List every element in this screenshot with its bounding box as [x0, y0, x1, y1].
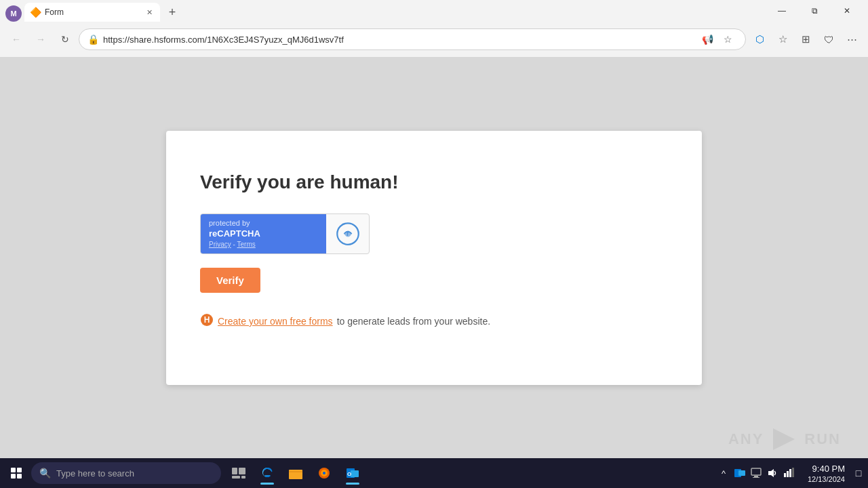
outlook-tray-svg	[734, 468, 745, 479]
vm-icon	[751, 468, 762, 479]
firefox-icon	[317, 466, 331, 480]
recaptcha-links: Privacy - Terms	[209, 241, 256, 248]
svg-text:H: H	[204, 315, 210, 325]
svg-marker-21	[768, 469, 774, 477]
page-heading: Verify you are human!	[200, 171, 668, 193]
speaker-icon[interactable]	[766, 466, 779, 480]
recaptcha-brand: reCAPTCHA	[209, 228, 260, 239]
svg-rect-22	[784, 473, 786, 477]
new-tab-button[interactable]: +	[163, 3, 182, 22]
hubspot-svg: H	[200, 313, 214, 327]
clock-time: 9:40 PM	[808, 463, 845, 475]
refresh-button[interactable]: ↻	[54, 28, 76, 50]
extensions-button[interactable]: ⬡	[749, 28, 770, 50]
taskbar: 🔍 Type here to search	[0, 458, 868, 488]
explorer-taskbar-button[interactable]	[282, 460, 309, 487]
address-actions: 📢 ☆	[698, 30, 737, 49]
browser-essentials-button[interactable]: 🛡	[818, 28, 840, 50]
active-tab[interactable]: 🔶 Form ✕	[24, 3, 160, 22]
speaker-svg	[767, 468, 778, 479]
recaptcha-terms-link[interactable]: Terms	[237, 241, 256, 248]
recaptcha-protected-text: protected by	[209, 219, 250, 227]
network-svg	[783, 468, 794, 479]
restore-button[interactable]: ⧉	[799, 0, 830, 22]
anyrun-watermark: ANY RUN	[728, 424, 841, 454]
close-button[interactable]: ✕	[831, 0, 863, 22]
taskbar-search[interactable]: 🔍 Type here to search	[31, 462, 221, 484]
tab-close-button[interactable]: ✕	[144, 7, 155, 18]
back-button[interactable]: ←	[5, 28, 27, 50]
windows-logo-icon	[11, 468, 22, 479]
svg-text:r: r	[347, 230, 349, 237]
window-controls: — ⧉ ✕	[766, 0, 863, 22]
hubspot-promo: H Create your own free forms to generate…	[200, 313, 668, 330]
svg-rect-7	[232, 476, 240, 479]
taskbar-search-icon: 🔍	[39, 468, 51, 479]
favorites-button[interactable]: ☆	[718, 30, 737, 49]
outlook-tray-icon[interactable]	[733, 466, 747, 480]
svg-rect-18	[751, 468, 761, 475]
svg-rect-24	[789, 469, 791, 477]
hubspot-link[interactable]: Create your own free forms	[218, 316, 333, 327]
promo-suffix-text: to generate leads from your website.	[337, 316, 490, 327]
system-tray: ^	[711, 466, 801, 480]
edge-icon	[260, 466, 274, 480]
svg-marker-4	[773, 428, 795, 450]
svg-rect-8	[241, 476, 245, 479]
taskbar-apps: O	[225, 460, 366, 487]
browser-content: Verify you are human! protected by reCAP…	[0, 57, 868, 458]
svg-rect-23	[787, 471, 789, 477]
svg-rect-5	[232, 468, 237, 474]
svg-rect-6	[239, 468, 245, 474]
url-text: https://share.hsforms.com/1N6Xc3EJ4S7yuz…	[103, 35, 694, 45]
notification-center-button[interactable]: □	[852, 466, 865, 480]
recaptcha-right-panel: r	[326, 222, 369, 246]
anyrun-logo-icon	[769, 424, 799, 454]
forward-button[interactable]: →	[30, 28, 52, 50]
clock-date: 12/13/2024	[808, 475, 845, 483]
svg-rect-25	[792, 468, 794, 477]
hidden-icons-button[interactable]: ^	[717, 466, 730, 480]
titlebar: M 🔶 Form ✕ + — ⧉ ✕	[0, 0, 868, 22]
addressbar: ← → ↻ 🔒 https://share.hsforms.com/1N6Xc3…	[0, 22, 868, 57]
edge-taskbar-button[interactable]	[254, 460, 281, 487]
read-aloud-button[interactable]: 📢	[698, 30, 717, 49]
taskview-icon	[232, 468, 245, 479]
tab-strip: M 🔶 Form ✕ +	[5, 0, 764, 22]
explorer-icon	[289, 467, 302, 479]
favorites-sidebar-button[interactable]: ☆	[772, 28, 793, 50]
lock-icon: 🔒	[87, 34, 99, 45]
profile-avatar[interactable]: M	[5, 5, 22, 22]
address-bar[interactable]: 🔒 https://share.hsforms.com/1N6Xc3EJ4S7y…	[79, 28, 746, 50]
recaptcha-left-panel: protected by reCAPTCHA Privacy - Terms	[201, 214, 326, 253]
collections-button[interactable]: ⊞	[795, 28, 816, 50]
recaptcha-privacy-link[interactable]: Privacy	[209, 241, 231, 248]
vm-tray-icon[interactable]	[749, 466, 763, 480]
recaptcha-widget[interactable]: protected by reCAPTCHA Privacy - Terms r	[200, 214, 370, 254]
firefox-taskbar-button[interactable]	[311, 460, 338, 487]
outlook-icon: O	[346, 466, 359, 480]
svg-text:O: O	[347, 471, 351, 477]
outlook-taskbar-button[interactable]: O	[339, 460, 366, 487]
outlook-active-indicator	[346, 483, 359, 485]
tab-favicon: 🔶	[30, 7, 41, 18]
tab-title: Form	[45, 7, 140, 17]
taskbar-search-text: Type here to search	[56, 468, 134, 479]
page-card: Verify you are human! protected by reCAP…	[166, 131, 702, 385]
svg-rect-20	[753, 477, 760, 478]
network-icon[interactable]	[782, 466, 795, 480]
taskbar-clock[interactable]: 9:40 PM 12/13/2024	[802, 463, 850, 483]
verify-button[interactable]: Verify	[200, 268, 260, 293]
settings-button[interactable]: ⋯	[841, 28, 863, 50]
minimize-button[interactable]: —	[766, 0, 797, 22]
svg-rect-19	[754, 476, 758, 477]
start-button[interactable]	[3, 460, 30, 487]
anyrun-text: ANY	[728, 430, 764, 448]
toolbar-actions: ⬡ ☆ ⊞ 🛡 ⋯	[749, 28, 863, 50]
svg-point-12	[323, 472, 326, 474]
taskview-button[interactable]	[225, 460, 252, 487]
anyrun-run-text: RUN	[804, 430, 841, 448]
hubspot-logo-icon: H	[200, 313, 214, 330]
svg-rect-17	[738, 470, 745, 476]
app-active-indicator	[260, 483, 274, 485]
